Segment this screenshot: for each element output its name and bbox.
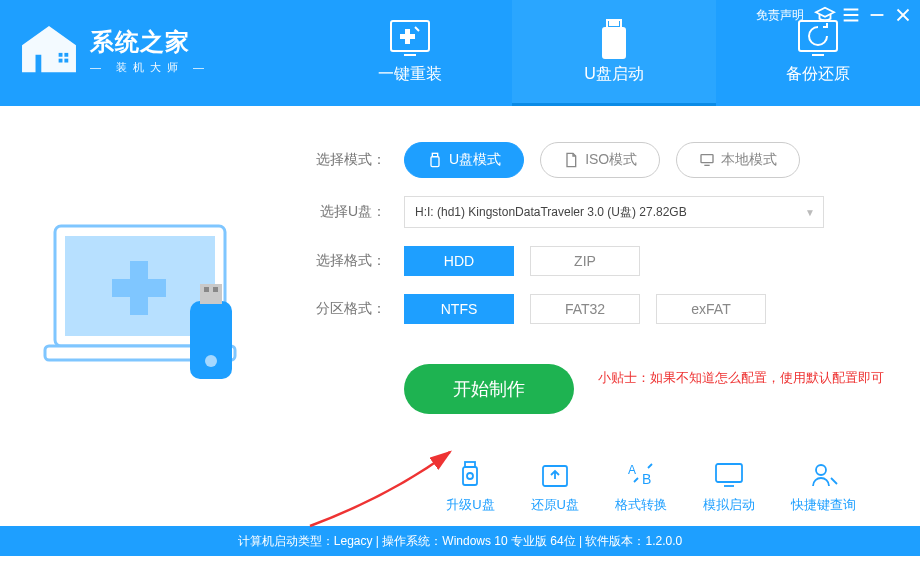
- logo-title: 系统之家: [90, 26, 210, 58]
- row-usb: 选择U盘： H:I: (hd1) KingstonDataTraveler 3.…: [300, 196, 890, 228]
- search-person-icon: [807, 460, 841, 490]
- svg-rect-25: [701, 155, 713, 163]
- chevron-down-icon: ▼: [805, 207, 815, 218]
- svg-point-29: [467, 473, 473, 479]
- backup-icon: [716, 18, 920, 60]
- usb-up-icon: [453, 460, 487, 490]
- partition-label: 分区格式：: [300, 300, 386, 318]
- svg-rect-33: [716, 464, 742, 482]
- main-body: 选择模式： U盘模式 ISO模式 本地模式 选择U盘： H:I: (hd1) K…: [0, 106, 920, 526]
- svg-rect-24: [431, 157, 439, 167]
- tab-reinstall-label: 一键重装: [308, 64, 512, 85]
- monitor-play-icon: [712, 460, 746, 490]
- config-panel: 选择模式： U盘模式 ISO模式 本地模式 选择U盘： H:I: (hd1) K…: [300, 106, 920, 526]
- svg-rect-10: [603, 28, 625, 58]
- usb-select-value: H:I: (hd1) KingstonDataTraveler 3.0 (U盘)…: [415, 204, 687, 221]
- svg-rect-3: [59, 53, 63, 57]
- partition-fat32[interactable]: FAT32: [530, 294, 640, 324]
- svg-rect-6: [64, 59, 68, 63]
- format-zip[interactable]: ZIP: [530, 246, 640, 276]
- mode-local[interactable]: 本地模式: [676, 142, 800, 178]
- usb-select[interactable]: H:I: (hd1) KingstonDataTraveler 3.0 (U盘)…: [404, 196, 824, 228]
- format-label: 选择格式：: [300, 252, 386, 270]
- row-format: 选择格式： HDD ZIP: [300, 246, 890, 276]
- mode-iso[interactable]: ISO模式: [540, 142, 660, 178]
- sc-upgrade[interactable]: 升级U盘: [446, 460, 494, 514]
- svg-rect-18: [190, 301, 232, 379]
- footer: 计算机启动类型：Legacy | 操作系统：Windows 10 专业版 64位…: [0, 526, 920, 556]
- format-hdd[interactable]: HDD: [404, 246, 514, 276]
- svg-rect-4: [64, 53, 68, 57]
- svg-rect-20: [204, 287, 209, 292]
- file-icon: [563, 152, 579, 168]
- header: 免责声明 系统之家 — 装机大师 — 一键重装 U盘启动 备份还原: [0, 0, 920, 106]
- tab-usbboot[interactable]: U盘启动: [512, 0, 716, 106]
- row-mode: 选择模式： U盘模式 ISO模式 本地模式: [300, 142, 890, 178]
- tip-text: 小贴士：如果不知道怎么配置，使用默认配置即可: [598, 369, 884, 387]
- sc-simulate[interactable]: 模拟启动: [703, 460, 755, 514]
- illustration: [0, 106, 300, 526]
- tab-backup[interactable]: 备份还原: [716, 0, 920, 106]
- svg-rect-21: [213, 287, 218, 292]
- nav-tabs: 一键重装 U盘启动 备份还原: [308, 0, 920, 106]
- logo: 系统之家 — 装机大师 —: [0, 0, 228, 76]
- start-button[interactable]: 开始制作: [404, 364, 574, 414]
- tab-backup-label: 备份还原: [716, 64, 920, 85]
- svg-rect-13: [799, 21, 837, 51]
- logo-subtitle: — 装机大师 —: [90, 60, 210, 75]
- tab-reinstall[interactable]: 一键重装: [308, 0, 512, 106]
- laptop-usb-illustration: [35, 206, 265, 426]
- shortcuts-bar: 升级U盘 还原U盘 AB 格式转换 模拟启动 快捷键查询: [300, 460, 890, 514]
- row-partition: 分区格式： NTFS FAT32 exFAT: [300, 294, 890, 324]
- house-logo-icon: [18, 24, 80, 76]
- svg-rect-12: [615, 22, 618, 25]
- svg-rect-19: [200, 284, 222, 304]
- tab-usbboot-label: U盘启动: [512, 64, 716, 85]
- usb-label: 选择U盘：: [300, 203, 386, 221]
- usbboot-icon: [512, 18, 716, 60]
- usb-icon: [427, 152, 443, 168]
- partition-exfat[interactable]: exFAT: [656, 294, 766, 324]
- svg-text:B: B: [642, 471, 651, 487]
- svg-line-36: [831, 478, 837, 484]
- partition-ntfs[interactable]: NTFS: [404, 294, 514, 324]
- mode-label: 选择模式：: [300, 151, 386, 169]
- sc-convert[interactable]: AB 格式转换: [615, 460, 667, 514]
- monitor-icon: [699, 152, 715, 168]
- mode-usb[interactable]: U盘模式: [404, 142, 524, 178]
- sc-restore[interactable]: 还原U盘: [531, 460, 579, 514]
- svg-point-35: [816, 465, 826, 475]
- convert-icon: AB: [624, 460, 658, 490]
- svg-rect-11: [610, 22, 613, 25]
- svg-text:A: A: [628, 463, 636, 477]
- svg-rect-28: [463, 467, 477, 485]
- reinstall-icon: [308, 18, 512, 60]
- svg-rect-5: [59, 59, 63, 63]
- restore-icon: [538, 460, 572, 490]
- svg-point-22: [205, 355, 217, 367]
- sc-hotkey[interactable]: 快捷键查询: [791, 460, 856, 514]
